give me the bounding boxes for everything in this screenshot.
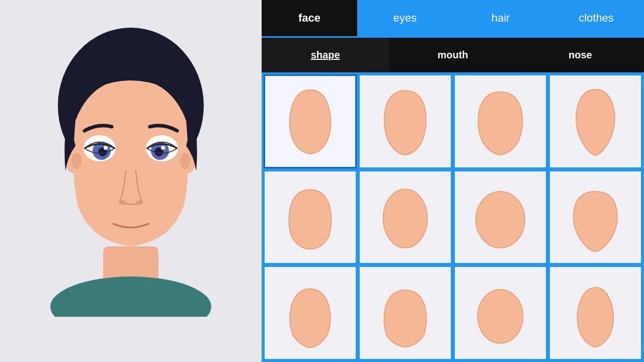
tab-eyes[interactable]: eyes xyxy=(357,0,453,36)
avatar-container xyxy=(10,10,252,352)
tab-face[interactable]: face xyxy=(262,0,357,36)
face-shape-11[interactable] xyxy=(549,266,642,360)
face-shape-2[interactable] xyxy=(454,74,547,168)
svg-point-4 xyxy=(71,153,82,169)
svg-point-6 xyxy=(180,153,190,169)
avatar xyxy=(20,15,242,317)
svg-point-13 xyxy=(104,146,108,150)
face-shape-8[interactable] xyxy=(264,266,357,360)
face-shape-3[interactable] xyxy=(549,74,642,168)
sub-nav: shape mouth nose xyxy=(262,36,644,72)
subtab-nose[interactable]: nose xyxy=(517,38,644,72)
right-panel: face eyes hair clothes shape mouth nose xyxy=(262,0,644,362)
svg-point-15 xyxy=(119,200,127,205)
face-shape-0[interactable] xyxy=(264,74,357,168)
svg-point-17 xyxy=(383,189,428,248)
face-shape-9[interactable] xyxy=(359,266,452,360)
face-shape-grid xyxy=(262,72,644,362)
avatar-panel xyxy=(0,0,262,362)
svg-point-18 xyxy=(476,192,525,248)
face-shape-5[interactable] xyxy=(359,170,452,264)
svg-point-16 xyxy=(135,200,143,205)
svg-point-19 xyxy=(477,289,523,343)
face-shape-7[interactable] xyxy=(549,170,642,264)
face-shape-10[interactable] xyxy=(454,266,547,360)
top-nav: face eyes hair clothes xyxy=(262,0,644,36)
face-shape-1[interactable] xyxy=(359,74,452,168)
subtab-shape[interactable]: shape xyxy=(262,38,389,72)
tab-hair[interactable]: hair xyxy=(453,0,548,36)
face-shape-4[interactable] xyxy=(264,170,357,264)
face-shape-6[interactable] xyxy=(454,170,547,264)
svg-point-14 xyxy=(161,146,165,150)
subtab-mouth[interactable]: mouth xyxy=(389,38,516,72)
tab-clothes[interactable]: clothes xyxy=(548,0,644,36)
